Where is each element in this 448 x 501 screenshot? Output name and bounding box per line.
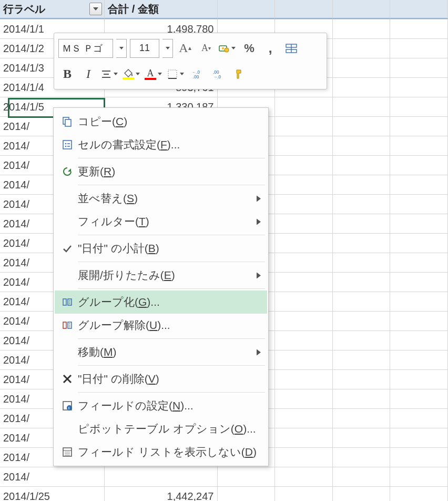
data-row[interactable]: 2014/ [0,467,448,487]
format-painter-button[interactable] [231,64,249,84]
cell[interactable] [390,0,448,19]
cell[interactable] [390,292,448,311]
cell[interactable] [333,214,391,233]
fill-color-button[interactable] [123,64,141,84]
cell[interactable] [275,0,333,19]
cell[interactable] [275,253,333,272]
cell[interactable] [390,428,448,447]
font-name-combo[interactable]: ＭＳ Ｐゴ [58,39,113,58]
cell[interactable] [333,175,391,194]
cell[interactable] [218,0,276,19]
cell[interactable] [390,467,448,486]
cell[interactable] [333,195,391,214]
cell[interactable] [275,312,333,330]
cell[interactable] [275,370,333,389]
cell[interactable]: 1,442,247 [105,487,217,501]
cell[interactable] [275,97,333,116]
cell[interactable] [390,39,448,58]
cell[interactable] [333,97,391,116]
cell[interactable] [333,253,391,272]
font-size-dropdown[interactable] [162,39,173,58]
cell[interactable] [333,234,391,253]
cell[interactable] [390,253,448,272]
cell[interactable] [390,195,448,214]
align-button[interactable] [100,64,119,84]
increase-font-icon[interactable]: A▴ [176,38,194,58]
cell[interactable] [275,214,333,233]
cell[interactable] [275,156,333,175]
cell[interactable] [390,448,448,467]
borders-button[interactable] [167,64,186,84]
menu-pivottable-options[interactable]: ピボットテーブル オプション(O)... [55,417,267,440]
menu-field-settings[interactable]: i フィールドの設定(N)... [55,394,267,417]
cell[interactable] [333,448,391,467]
menu-copy[interactable]: コピー(C) [55,110,267,133]
cell[interactable] [275,409,333,428]
cell[interactable] [390,136,448,155]
menu-ungroup[interactable]: グループ解除(U)... [55,314,267,337]
cell[interactable] [275,331,333,350]
cell[interactable] [333,19,391,38]
percent-style-button[interactable]: % [240,38,258,58]
merge-center-button[interactable] [282,38,300,58]
menu-sort[interactable]: 並べ替え(S) [55,187,267,210]
menu-group[interactable]: グループ化(G)... [55,290,267,314]
cell[interactable] [275,175,333,194]
cell[interactable] [333,39,391,58]
cell[interactable] [333,292,391,311]
cell[interactable] [275,350,333,369]
comma-style-button[interactable]: , [261,38,279,58]
cell[interactable] [390,117,448,136]
menu-format-cells[interactable]: セルの書式設定(F)... [55,133,267,156]
cell[interactable] [333,136,391,155]
menu-remove-field[interactable]: "日付" の削除(V) [55,367,267,390]
cell[interactable] [275,273,333,292]
cell[interactable] [390,487,448,501]
menu-subtotal[interactable]: "日付" の小計(B) [55,237,267,260]
decrease-font-icon[interactable]: A▾ [197,38,215,58]
menu-refresh[interactable]: 更新(R) [55,160,267,183]
cell[interactable] [333,58,391,77]
accounting-format-button[interactable] [218,38,237,58]
cell[interactable] [390,19,448,38]
cell[interactable]: 2014/ [0,467,105,486]
menu-expand-collapse[interactable]: 展開/折りたたみ(E) [55,264,267,287]
cell[interactable] [275,428,333,447]
cell[interactable] [390,331,448,350]
cell[interactable] [390,273,448,292]
cell[interactable] [390,234,448,253]
menu-move[interactable]: 移動(M) [55,340,267,364]
cell[interactable] [390,214,448,233]
cell[interactable] [390,78,448,97]
data-row[interactable]: 2014/1/251,442,247 [0,487,448,501]
cell[interactable] [275,389,333,408]
pivot-header-sum[interactable]: 合計 / 金額 [105,0,217,19]
cell[interactable] [333,428,391,447]
cell[interactable] [333,156,391,175]
cell[interactable] [333,350,391,369]
cell[interactable] [275,117,333,136]
cell[interactable] [333,331,391,350]
cell[interactable] [390,409,448,428]
cell[interactable] [275,234,333,253]
cell[interactable]: 2014/1/25 [0,487,105,501]
cell[interactable] [390,58,448,77]
cell[interactable] [390,312,448,330]
font-name-dropdown[interactable] [116,39,127,58]
cell[interactable] [275,487,333,501]
menu-filter[interactable]: フィルター(T) [55,210,267,233]
pivot-header-row-labels[interactable]: 行ラベル [0,0,105,19]
italic-button[interactable]: I [79,64,97,84]
cell[interactable] [333,0,391,19]
cell[interactable] [390,175,448,194]
cell[interactable] [390,350,448,369]
font-size-combo[interactable]: 11 [130,39,159,58]
cell[interactable] [218,467,276,486]
increase-decimal-button[interactable]: ←.0 .00 [189,64,207,84]
cell[interactable] [275,292,333,311]
row-labels-filter-button[interactable] [89,3,102,15]
menu-hide-field-list[interactable]: フィールド リストを表示しない(D) [55,440,267,464]
cell[interactable] [333,370,391,389]
cell[interactable] [218,487,276,501]
cell[interactable] [333,78,391,97]
